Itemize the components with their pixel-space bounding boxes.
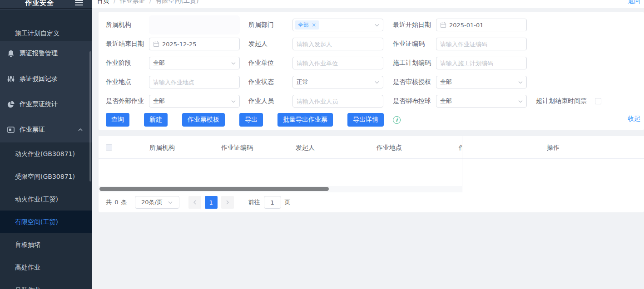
sidebar-item-label: 票证驳回记录	[20, 75, 58, 83]
sidebar: 作业安全 施工计划自定义 票证报警管理 票证驳回记录	[0, 0, 92, 289]
sidebar-item-lifting-work[interactable]: 吊装作业	[0, 279, 92, 289]
export-button[interactable]: 导出	[239, 113, 263, 127]
goto-label: 前往	[248, 198, 260, 206]
search-button[interactable]: 查询	[106, 113, 129, 127]
next-page-button[interactable]	[221, 196, 234, 209]
sidebar-item-label: 作业票证统计	[20, 100, 58, 108]
permit-code-field	[436, 38, 527, 50]
sidebar-item-ticket-reject-log[interactable]: 票证驳回记录	[0, 66, 92, 92]
table-fixed-column: 操作	[462, 136, 644, 192]
data-table: 所属机构 作业证编码 发起人 作业地点 作 操作	[99, 136, 644, 192]
column-header-location: 作业地点	[376, 136, 402, 159]
select-all-checkbox[interactable]	[106, 144, 112, 151]
control-ball-label: 是否绑布控球	[393, 97, 436, 105]
sliders-icon	[6, 74, 15, 83]
status-label: 作业状态	[248, 78, 292, 86]
ticket-icon	[6, 125, 15, 134]
export-detail-button[interactable]: 导出详情	[347, 113, 384, 127]
sidebar-item-label: 票证报警管理	[20, 49, 58, 58]
ticket-template-button[interactable]: 作业票模板	[182, 113, 225, 127]
personnel-input[interactable]	[297, 98, 379, 105]
permit-code-input[interactable]	[440, 41, 523, 48]
breadcrumb-home[interactable]: 首页	[97, 0, 109, 4]
location-input[interactable]	[153, 79, 236, 86]
sidebar-item-work-at-height[interactable]: 高处作业	[0, 256, 92, 279]
goto-page-input[interactable]	[264, 196, 281, 209]
toolbar: 查询 新建 作业票模板 导出 批量导出作业票 导出详情 i	[106, 113, 637, 127]
chevron-right-icon	[226, 200, 229, 205]
audit-auth-label: 是否审核授权	[393, 78, 436, 86]
app-title: 作业安全	[25, 0, 54, 7]
sidebar-scrollbar[interactable]	[89, 51, 91, 181]
calendar-icon	[153, 41, 159, 47]
breadcrumb: 首页/作业票证/有限空间(工贸)	[97, 0, 198, 5]
work-unit-label: 作业单位	[248, 59, 292, 67]
chevron-down-icon	[231, 100, 236, 103]
location-field	[149, 76, 240, 88]
close-icon[interactable]: ×	[312, 22, 316, 28]
sidebar-menu: 票证报警管理 票证驳回记录 作业票证统计 作业票证	[0, 41, 92, 142]
chevron-up-icon	[78, 128, 83, 132]
batch-export-button[interactable]: 批量导出作业票	[277, 113, 333, 127]
page-size-select[interactable]: 20条/页	[135, 196, 179, 209]
breadcrumb-current: 有限空间(工贸)	[155, 0, 198, 4]
prev-page-button[interactable]	[188, 196, 201, 209]
create-button[interactable]: 新建	[144, 113, 168, 127]
recent-end-label: 最近结束日期	[106, 40, 149, 48]
info-icon[interactable]: i	[393, 116, 401, 124]
collapse-link[interactable]: 收起	[628, 115, 640, 123]
pagination-total: 共 0 条	[106, 198, 128, 206]
sidebar-item-confined-space-gb[interactable]: 受限空间(GB30871)	[0, 165, 92, 188]
dept-select[interactable]: 全部×	[292, 19, 383, 31]
breadcrumb-section[interactable]: 作业票证	[120, 0, 145, 4]
control-ball-select[interactable]: 全部	[436, 95, 527, 108]
recent-start-date-value: 2025-01-01	[449, 22, 484, 29]
org-field[interactable]	[149, 15, 240, 34]
initiator-field	[292, 38, 383, 50]
column-header-actions: 操作	[462, 136, 644, 159]
chevron-left-icon	[193, 200, 197, 205]
overplan-label: 超计划结束时间票	[536, 97, 587, 105]
sidebar-item-ticket-statistics[interactable]: 作业票证统计	[0, 92, 92, 117]
sidebar-item-blind-plate[interactable]: 盲板抽堵	[0, 233, 92, 256]
personnel-label: 作业人员	[248, 97, 292, 105]
sidebar-item-construction-plan[interactable]: 施工计划自定义	[0, 10, 92, 33]
chevron-down-icon	[231, 62, 236, 65]
work-unit-input[interactable]	[297, 60, 379, 67]
org-label: 所属机构	[106, 21, 149, 29]
filter-panel: 所属机构 所属部门 全部× 最近开始日期 2025-01-01	[99, 12, 644, 130]
stage-select[interactable]: 全部	[149, 57, 240, 69]
chevron-down-icon	[375, 24, 379, 27]
audit-auth-select[interactable]: 全部	[436, 76, 527, 88]
sidebar-item-hot-work-trade[interactable]: 动火作业(工贸)	[0, 188, 92, 211]
dept-tag: 全部×	[295, 20, 319, 29]
stage-label: 作业阶段	[106, 59, 149, 67]
permit-code-label: 作业证编码	[393, 40, 436, 48]
sidebar-item-label: 作业票证	[20, 126, 45, 134]
recent-start-label: 最近开始日期	[393, 21, 436, 29]
column-header-permit-code: 作业证编码	[221, 136, 253, 159]
location-label: 作业地点	[106, 78, 149, 86]
topbar: 首页/作业票证/有限空间(工贸) 返回	[92, 0, 644, 8]
page-number-active[interactable]: 1	[205, 196, 218, 209]
hamburger-icon[interactable]	[75, 0, 83, 6]
recent-start-date-picker[interactable]: 2025-01-01	[436, 19, 527, 31]
sidebar-item-limited-space-trade[interactable]: 有限空间(工贸)	[0, 211, 92, 233]
sidebar-item-work-tickets[interactable]: 作业票证	[0, 117, 92, 142]
recent-end-date-picker[interactable]: 2025-12-25	[149, 38, 240, 50]
sidebar-item-hot-work-gb[interactable]: 动火作业(GB30871)	[0, 142, 92, 165]
scrollbar-thumb[interactable]	[99, 187, 329, 191]
calendar-icon	[440, 22, 446, 28]
external-label: 是否外部作业	[106, 97, 149, 105]
status-select[interactable]: 正常	[292, 76, 383, 88]
external-select[interactable]: 全部	[149, 95, 240, 108]
back-link[interactable]: 返回	[628, 0, 640, 6]
chevron-down-icon	[518, 100, 523, 103]
chevron-down-icon	[168, 201, 173, 204]
initiator-input[interactable]	[297, 41, 379, 48]
sidebar-item-ticket-alarm[interactable]: 票证报警管理	[0, 41, 92, 66]
sidebar-submenu-top: 施工计划自定义	[0, 10, 92, 41]
overplan-checkbox[interactable]	[595, 98, 601, 104]
goto-page: 前往 页	[248, 196, 291, 209]
plan-code-input[interactable]	[440, 60, 523, 67]
